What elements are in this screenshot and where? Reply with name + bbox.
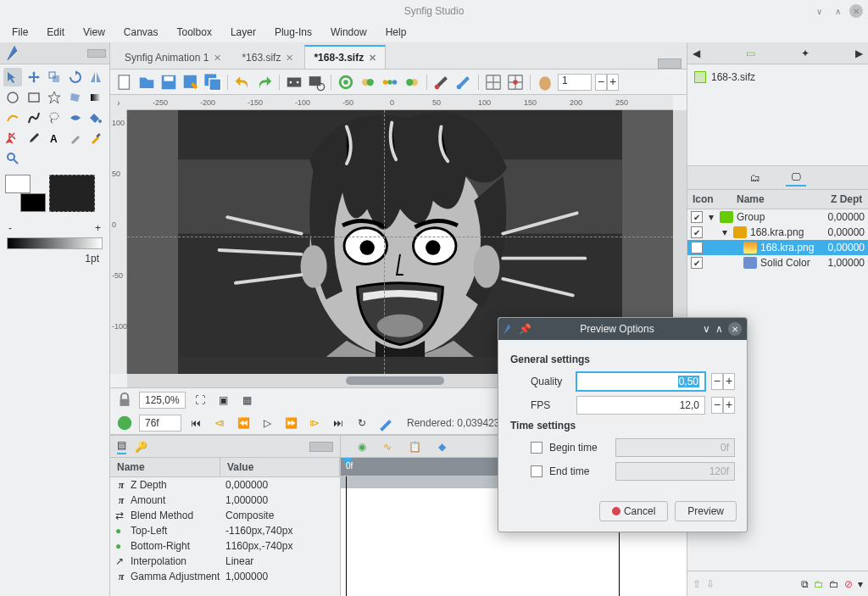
layer-menu-icon[interactable]: ▾	[858, 578, 863, 590]
layer-row[interactable]: ✔ 168.kra.png 0,00000	[687, 240, 868, 255]
nav-back-icon[interactable]: ◀	[693, 47, 700, 59]
current-color-swatch[interactable]	[49, 175, 95, 212]
dialog-min-icon[interactable]: ∨	[703, 323, 710, 335]
render-icon[interactable]	[285, 73, 303, 92]
onion-count-input[interactable]: 1	[558, 74, 592, 91]
layer-row[interactable]: ✔ ▾ Group 0,00000	[687, 209, 868, 225]
window-max-icon[interactable]: ∧	[831, 4, 844, 18]
dock-handle[interactable]	[658, 58, 682, 69]
tool-zoom[interactable]	[3, 149, 22, 168]
curves-icon[interactable]: ∿	[383, 441, 392, 453]
tool-cutout[interactable]	[3, 129, 22, 148]
fps-input[interactable]: 12,0	[576, 396, 705, 415]
menu-view[interactable]: View	[75, 24, 114, 41]
begin-time-checkbox[interactable]	[531, 442, 542, 454]
zoom-100-icon[interactable]: ▣	[214, 391, 233, 409]
visibility-checkbox[interactable]: ✔	[691, 257, 703, 269]
file-saveas-icon[interactable]	[181, 73, 200, 92]
close-icon[interactable]: ✕	[214, 53, 221, 64]
close-icon[interactable]: ✕	[286, 53, 293, 64]
layer-lower-icon[interactable]: ⇩	[706, 578, 715, 590]
seek-back-icon[interactable]: ⏪	[234, 414, 253, 432]
menu-plugins[interactable]: Plug-Ins	[266, 24, 320, 41]
tab-synfig-animation-1[interactable]: Synfig Animation 1✕	[115, 46, 231, 69]
onion-skin-icon[interactable]	[536, 73, 554, 92]
file-new-icon[interactable]	[115, 73, 134, 92]
tool-rotate[interactable]	[66, 68, 85, 86]
tool-spline[interactable]	[3, 109, 22, 127]
outline-fill-colors[interactable]	[5, 175, 46, 212]
tool-fill[interactable]	[86, 109, 105, 127]
quality-increment[interactable]: +	[723, 373, 735, 390]
ruler-horizontal[interactable]: -250-200-150-100-50050100150200250	[127, 95, 673, 110]
preview-button[interactable]: Preview	[675, 501, 737, 521]
menu-canvas[interactable]: Canvas	[115, 24, 167, 41]
tool-scale[interactable]	[45, 68, 64, 86]
grid-show-icon[interactable]	[484, 73, 503, 92]
tool-width[interactable]	[66, 109, 85, 127]
end-time-checkbox[interactable]	[531, 465, 542, 477]
col-name[interactable]: Name	[732, 190, 826, 209]
tool-eyedrop[interactable]	[25, 129, 43, 148]
history-icon[interactable]: 📋	[409, 441, 421, 453]
layer-raise-icon[interactable]: ⇧	[693, 578, 701, 590]
file-saveall-icon[interactable]	[203, 73, 222, 92]
lock-aspect-icon[interactable]	[115, 391, 134, 409]
col-icon[interactable]: Icon	[687, 190, 732, 209]
tool-sketch[interactable]	[66, 129, 85, 148]
col-zdepth[interactable]: Z Dept	[826, 190, 868, 209]
close-icon[interactable]: ✕	[369, 53, 376, 64]
visibility-checkbox[interactable]: ✔	[691, 226, 703, 238]
window-min-icon[interactable]: ∨	[812, 4, 826, 18]
tool-mirror[interactable]	[86, 68, 105, 86]
loop-icon[interactable]: ↻	[353, 414, 371, 432]
dialog-max-icon[interactable]: ∧	[715, 323, 723, 335]
guide-horizontal[interactable]	[127, 237, 673, 237]
layers-tab-icon[interactable]: 🗂	[750, 172, 760, 184]
tool-rectangle[interactable]	[25, 88, 43, 107]
timetrack-icon[interactable]: ◉	[358, 441, 366, 453]
library-tab-icon[interactable]: 🖵	[786, 170, 806, 187]
tool-gradient[interactable]	[86, 88, 105, 107]
expand-icon[interactable]: ▾	[720, 226, 730, 238]
quality-decrement[interactable]: −	[711, 373, 723, 390]
seek-next-key-icon[interactable]: ⧐	[305, 414, 324, 432]
plus-label[interactable]: +	[95, 222, 101, 234]
bone-anim-icon[interactable]	[454, 73, 473, 92]
dock-handle[interactable]	[309, 442, 333, 452]
zoom-grid-icon[interactable]: ▦	[238, 391, 257, 409]
tool-smooth-move[interactable]	[25, 68, 43, 86]
default-gradient[interactable]	[7, 237, 103, 249]
tab-168-3-sifz[interactable]: *168-3.sifz✕	[304, 45, 386, 69]
grid-snap-icon[interactable]	[506, 73, 525, 92]
guide-vertical[interactable]	[384, 110, 385, 374]
minus-label[interactable]: -	[8, 222, 12, 234]
play-icon[interactable]: ▷	[258, 414, 276, 432]
onion-prev-icon[interactable]	[403, 73, 421, 92]
seek-end-icon[interactable]: ⏭	[329, 414, 348, 432]
layer-row[interactable]: ✔ Solid Color 1,00000	[687, 255, 868, 270]
navigator-tab-icon[interactable]: ✦	[801, 47, 810, 59]
onion-next-icon[interactable]	[359, 73, 377, 92]
onion-chain-icon[interactable]	[381, 73, 399, 92]
params-tab-icon[interactable]: ▤	[117, 439, 126, 454]
onion-increment[interactable]: +	[607, 74, 619, 91]
params-col-name[interactable]: Name	[110, 458, 220, 476]
visibility-checkbox[interactable]: ✔	[691, 211, 703, 223]
menu-window[interactable]: Window	[322, 24, 376, 41]
seek-start-icon[interactable]: ⏮	[186, 414, 205, 432]
file-open-icon[interactable]	[137, 73, 156, 92]
tool-star[interactable]	[45, 88, 64, 107]
timetrack-toggle-icon[interactable]	[115, 414, 134, 432]
params-body[interactable]: πZ Depth0,000000 πAmount1,000000 ⇄Blend …	[110, 477, 340, 596]
palette-icon[interactable]: ◆	[438, 441, 446, 453]
tool-text[interactable]: A	[45, 129, 64, 148]
undo-icon[interactable]	[233, 73, 252, 92]
ruler-origin[interactable]: ›	[110, 95, 127, 110]
layer-group-icon[interactable]: 🗀	[814, 578, 824, 590]
fps-decrement[interactable]: −	[711, 397, 723, 414]
cancel-button[interactable]: Cancel	[599, 501, 668, 521]
redo-icon[interactable]	[255, 73, 274, 92]
zoom-fit-icon[interactable]: ⛶	[191, 391, 209, 409]
bone-setup-icon[interactable]	[432, 73, 451, 92]
